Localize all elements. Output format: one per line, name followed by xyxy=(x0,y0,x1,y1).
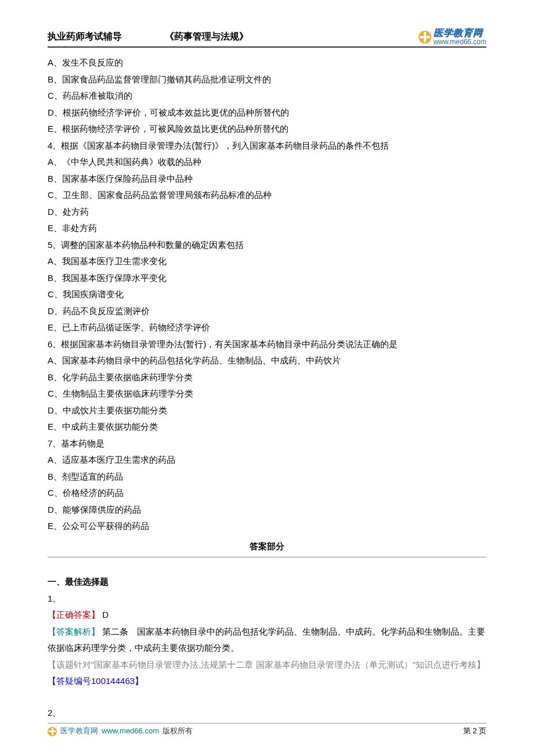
question-line: D、根据药物经济学评价，可被成本效益比更优的品种所替代的 xyxy=(48,105,486,121)
header-left: 执业药师考试辅导 《药事管理与法规》 xyxy=(48,28,248,45)
footer-divider xyxy=(48,723,486,723)
question-line: A、《中华人民共和国药典》收载的品种 xyxy=(48,154,486,171)
footer-copyright: 版权所有 xyxy=(163,724,193,739)
ref-number: 100144463 xyxy=(91,676,135,686)
question-line: B、国家食品药品监督管理部门撤销其药品批准证明文件的 xyxy=(48,71,486,88)
question-line: D、中成饮片主要依据功能分类 xyxy=(48,402,486,419)
logo-text: 医学教育网 www.med66.com xyxy=(434,28,486,45)
plus-circle-icon xyxy=(48,727,57,736)
answer-q1-topic: 【该题针对"国家基本药物目录管理办法,法规第十二章 国家基本药物目录管理办法（单… xyxy=(48,657,486,674)
question-line: E、已上市药品循证医学、药物经济学评价 xyxy=(48,319,486,336)
question-line: B、我国基本医疗保障水平变化 xyxy=(48,270,486,287)
question-line: 4、根据《国家基本药物目录管理办法(暂行)》，列入国家基本药物目录药品的条件不包… xyxy=(48,138,486,154)
question-line: D、处方药 xyxy=(48,204,486,221)
question-line: 7、基本药物是 xyxy=(48,435,486,452)
question-line: E、中成药主要依据功能分类 xyxy=(48,419,486,435)
question-line: A、我国基本医疗卫生需求变化 xyxy=(48,253,486,270)
question-line: C、卫生部、国家食品药品监督管理局颁布药品标准的品种 xyxy=(48,187,486,204)
book-title: 《药事管理与法规》 xyxy=(165,28,248,45)
logo-cn-name: 医学教育网 xyxy=(434,28,486,38)
answer-q2-number: 2、 xyxy=(48,705,486,722)
logo-url: www.med66.com xyxy=(434,38,486,46)
question-line: B、化学药品主要依据临床药理学分类 xyxy=(48,369,486,386)
question-line: E、非处方药 xyxy=(48,220,486,237)
explanation-label: 【答案解析】 xyxy=(48,627,100,636)
answer-q1-ref: 【答疑编号100144463】 xyxy=(48,673,486,690)
plus-circle-icon xyxy=(418,31,431,44)
topic-close: "知识点进行考核】 xyxy=(413,660,485,669)
page-footer: 医学教育网 www.med66.com 版权所有 第 2 页 xyxy=(48,724,486,739)
site-logo: 医学教育网 www.med66.com xyxy=(418,28,486,45)
question-line: B、国家基本医疗保险药品目录中品种 xyxy=(48,171,486,188)
answers-section-title: 答案部分 xyxy=(48,538,486,555)
question-line: C、药品标准被取消的 xyxy=(48,88,486,105)
question-line: B、剂型适宜的药品 xyxy=(48,469,486,485)
question-line: A、适应基本医疗卫生需求的药品 xyxy=(48,452,486,469)
footer-site-name: 医学教育网 xyxy=(60,724,98,739)
footer-url: www.med66.com xyxy=(102,724,159,739)
question-line: 6、根据国家基本药物目录管理办法(暂行)，有关国家基本药物目录中药品分类说法正确… xyxy=(48,336,486,353)
answer-q1-explanation: 【答案解析】 第二条 国家基本药物目录中的药品包括化学药品、生物制品、中成药。化… xyxy=(48,624,486,657)
answer-section-type: 一、最佳选择题 xyxy=(48,574,486,591)
course-title: 执业药师考试辅导 xyxy=(48,28,122,45)
ref-close: 】 xyxy=(135,676,143,686)
topic-text: 国家基本药物目录管理办法,法规第十二章 国家基本药物目录管理办法（单元测试） xyxy=(94,660,412,669)
explanation-text: 第二条 国家基本药物目录中的药品包括化学药品、生物制品、中成药。化学药品和生物制… xyxy=(48,627,485,653)
question-line: A、国家基本药物目录中的药品包括化学药品、生物制品、中成药、中药饮片 xyxy=(48,352,486,369)
question-line: C、生物制品主要依据临床药理学分类 xyxy=(48,386,486,402)
divider xyxy=(48,557,486,557)
question-line: E、公众可公平获得的药品 xyxy=(48,518,486,535)
answer-q1-number: 1、 xyxy=(48,591,486,607)
page-number: 第 2 页 xyxy=(463,724,486,739)
footer-left: 医学教育网 www.med66.com 版权所有 xyxy=(48,724,193,739)
question-line: D、能够保障供应的药品 xyxy=(48,502,486,519)
answer-q1-correct: 【正确答案】 D xyxy=(48,607,486,624)
ref-label: 【答疑编号 xyxy=(48,676,91,686)
question-line: D、药品不良反应监测评价 xyxy=(48,303,486,320)
question-line: C、价格经济的药品 xyxy=(48,485,486,502)
question-line: 5、调整的国家基本药物品种和数量的确定因素包括 xyxy=(48,237,486,254)
question-line: C、我国疾病谱变化 xyxy=(48,286,486,303)
page-header: 执业药师考试辅导 《药事管理与法规》 医学教育网 www.med66.com xyxy=(48,28,486,48)
correct-answer-value: D xyxy=(100,610,109,620)
correct-answer-label: 【正确答案】 xyxy=(48,610,100,620)
topic-open: 【该题针对" xyxy=(48,660,94,669)
questions-block: A、发生不良反应的B、国家食品药品监督管理部门撤销其药品批准证明文件的C、药品标… xyxy=(48,55,486,535)
question-line: E、根据药物经济学评价，可被风险效益比更优的品种所替代的 xyxy=(48,121,486,138)
question-line: A、发生不良反应的 xyxy=(48,55,486,71)
